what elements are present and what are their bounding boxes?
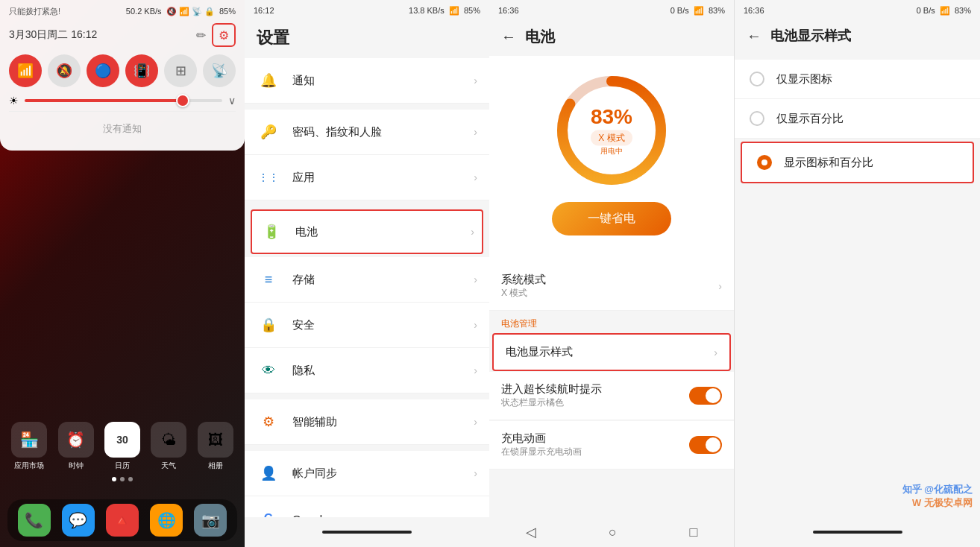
- long-battery-toggle[interactable]: [689, 387, 722, 405]
- settings-item-smartassist[interactable]: ⚙ 智能辅助 ›: [245, 399, 489, 445]
- battery-gauge-area: 83% X 模式 用电中 一键省电: [489, 56, 734, 262]
- app-label-market: 应用市场: [14, 461, 44, 471]
- no-notification-text: 没有通知: [9, 116, 236, 142]
- wifi-toggle[interactable]: 📶: [9, 54, 42, 87]
- vibrate-toggle[interactable]: 📳: [125, 54, 158, 87]
- battery-icon: 🔋: [260, 220, 283, 244]
- charge-anim-toggle[interactable]: [689, 436, 722, 454]
- nfc-toggle[interactable]: 📡: [203, 54, 236, 87]
- date-time: 3月30日周二 16:12: [9, 28, 97, 42]
- account-icon: 👤: [257, 461, 280, 485]
- settings-label-battery: 电池: [295, 225, 471, 239]
- panel-notification: 只能拨打紧急! 50.2 KB/s 🔇 📶 📡 🔒 85% 3月30日周二 16…: [0, 0, 245, 547]
- app-icon-clock: ⏰: [58, 422, 94, 458]
- ds-nav-indicator: [813, 531, 902, 534]
- chevron-icon-7: ›: [474, 364, 477, 376]
- settings-status-right: 13.8 KB/s 📶 85%: [409, 6, 480, 16]
- chevron-icon-10: ›: [474, 513, 477, 517]
- settings-item-google[interactable]: G Google ›: [245, 496, 489, 517]
- smartassist-icon: ⚙: [257, 410, 280, 434]
- dock: 📞 💬 🔺 🌐 📷: [7, 499, 237, 541]
- ds-label-percent-only: 仅显示百分比: [776, 112, 844, 126]
- settings-label-apps: 应用: [292, 171, 474, 185]
- dock-explore[interactable]: 🔺: [106, 504, 139, 537]
- bluetooth-toggle[interactable]: 🔵: [87, 54, 119, 87]
- app-wrap-weather[interactable]: 🌤 天气: [151, 422, 186, 471]
- settings-item-security[interactable]: 🔒 安全 ›: [245, 303, 489, 348]
- battery-back-button[interactable]: ←: [501, 28, 516, 45]
- battery-item-system-mode[interactable]: 系统模式 X 模式 ›: [489, 262, 734, 311]
- settings-list: 🔔 通知 › 🔑 密码、指纹和人脸 › ⋮⋮ 应用 › 🔋 电池 › ≡ 存储 …: [245, 58, 489, 517]
- ds-option-percent-only[interactable]: 仅显示百分比: [735, 99, 980, 139]
- battery-section-header: 电池管理: [489, 312, 734, 333]
- dock-message[interactable]: 💬: [62, 504, 95, 537]
- ds-option-icon-and-percent[interactable]: 显示图标和百分比: [741, 142, 974, 183]
- chevron-icon-9: ›: [474, 467, 477, 479]
- settings-time: 16:12: [254, 6, 274, 15]
- ds-option-icon-only[interactable]: 仅显示图标: [735, 60, 980, 99]
- battery-item-display-style[interactable]: 电池显示样式 ›: [492, 333, 731, 371]
- settings-item-password[interactable]: 🔑 密码、指纹和人脸 ›: [245, 110, 489, 155]
- app-wrap-market[interactable]: 🏪 应用市场: [11, 422, 47, 471]
- spacer3: [245, 393, 489, 399]
- settings-title-bar: 设置: [245, 21, 489, 58]
- battery-center: 83% X 模式 用电中: [591, 105, 632, 156]
- settings-nav-bar: [245, 517, 489, 547]
- settings-quick-button[interactable]: ⚙: [212, 23, 236, 47]
- emergency-text: 只能拨打紧急!: [9, 6, 60, 17]
- settings-label-google: Google: [292, 513, 474, 518]
- battery-status-pct: 83%: [709, 6, 725, 15]
- battery-circle: 83% X 模式 用电中: [552, 71, 671, 190]
- silent-toggle[interactable]: 🔕: [48, 54, 81, 87]
- app-wrap-gallery[interactable]: 🖼 相册: [198, 422, 233, 471]
- ds-time: 16:36: [744, 6, 764, 15]
- nav-recents-btn[interactable]: □: [689, 525, 697, 540]
- dock-camera[interactable]: 📷: [194, 504, 227, 537]
- display-style-label: 电池显示样式: [506, 345, 714, 359]
- battery-item-long-battery[interactable]: 进入超长续航时提示 状态栏显示橘色: [489, 372, 734, 420]
- settings-item-privacy[interactable]: 👁 隐私 ›: [245, 348, 489, 393]
- storage-icon: ≡: [257, 268, 280, 291]
- dock-phone[interactable]: 📞: [18, 504, 51, 537]
- apps-icon: ⋮⋮: [257, 165, 280, 189]
- settings-label-account: 帐户同步: [292, 467, 474, 481]
- notification-header: 3月30日周二 16:12 ✏ ⚙: [9, 23, 236, 47]
- settings-item-account[interactable]: 👤 帐户同步 ›: [245, 451, 489, 496]
- chevron-icon-2: ›: [474, 126, 477, 138]
- settings-label-security: 安全: [292, 318, 474, 332]
- dot-3: [128, 477, 133, 481]
- page-dots: [6, 477, 239, 481]
- edit-button[interactable]: ✏: [196, 28, 206, 42]
- ds-page-title: 电池显示样式: [770, 27, 851, 45]
- app-label-gallery: 相册: [208, 461, 223, 471]
- expand-icon[interactable]: ∨: [228, 95, 236, 107]
- battery-mode-text: X 模式: [591, 130, 632, 146]
- ds-options: 仅显示图标 仅显示百分比 显示图标和百分比: [735, 54, 980, 517]
- dock-browser[interactable]: 🌐: [150, 504, 183, 537]
- qr-toggle[interactable]: ⊞: [164, 54, 197, 87]
- settings-item-notification[interactable]: 🔔 通知 ›: [245, 58, 489, 104]
- app-wrap-clock[interactable]: ⏰ 时钟: [58, 422, 94, 471]
- battery-item-charge-anim[interactable]: 充电动画 在锁屏显示充电动画: [489, 421, 734, 469]
- ds-back-button[interactable]: ←: [747, 28, 761, 45]
- chevron-icon-6: ›: [474, 319, 477, 331]
- app-icon-weather: 🌤: [151, 422, 186, 458]
- panel-battery: 16:36 0 B/s 📶 83% ← 电池 83%: [489, 0, 734, 547]
- password-icon: 🔑: [257, 120, 280, 144]
- settings-item-storage[interactable]: ≡ 存储 ›: [245, 257, 489, 303]
- brightness-slider[interactable]: [25, 99, 222, 102]
- chevron-icon-8: ›: [474, 416, 477, 428]
- one-click-save-button[interactable]: 一键省电: [552, 202, 671, 235]
- ds-radio-icon-only: [750, 72, 764, 86]
- ds-status-bar: 16:36 0 B/s 📶 83%: [735, 0, 980, 21]
- app-wrap-calendar[interactable]: 30 日历: [104, 422, 140, 471]
- security-icon: 🔒: [257, 313, 280, 337]
- spacer2: [245, 200, 489, 206]
- battery-status-bar: 16:36 0 B/s 📶 83%: [489, 0, 734, 21]
- nav-back-btn[interactable]: ◁: [526, 524, 536, 540]
- watermark-zhihu-text: 知乎 @化硫配之: [902, 483, 973, 496]
- settings-item-apps[interactable]: ⋮⋮ 应用 ›: [245, 155, 489, 200]
- settings-item-battery[interactable]: 🔋 电池 ›: [251, 209, 483, 254]
- network-speed: 50.2 KB/s: [126, 7, 162, 16]
- nav-home-btn[interactable]: ○: [609, 525, 617, 540]
